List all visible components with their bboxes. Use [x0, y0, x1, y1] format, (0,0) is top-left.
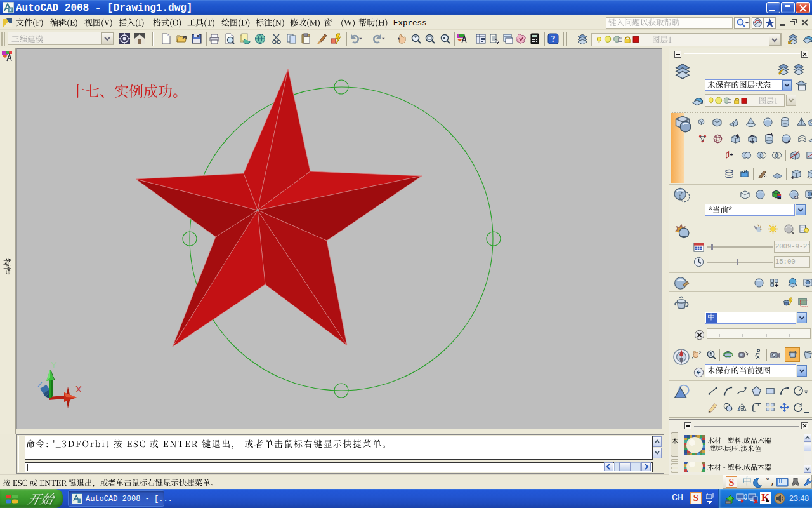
svg-text:?: ?: [551, 34, 556, 44]
svg-text:Y: Y: [51, 360, 57, 370]
svg-text:X: X: [75, 384, 82, 394]
